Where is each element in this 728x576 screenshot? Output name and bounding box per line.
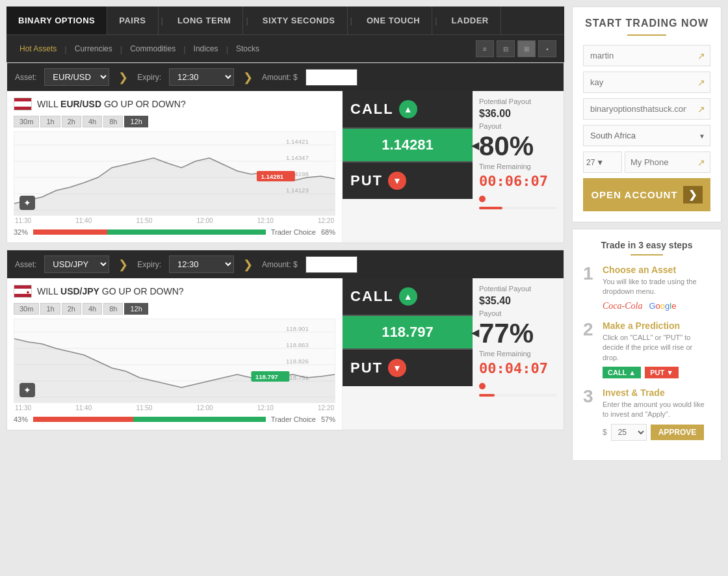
card-body-2: ● WILL USD/JPY GO UP OR DOWN? 30m 1h 2h … — [7, 278, 564, 430]
tab-30m-1[interactable]: 30m — [14, 116, 39, 127]
view-large-icon[interactable]: ▪ — [538, 40, 556, 57]
tab-12h-2[interactable]: 12h — [124, 303, 148, 315]
time-tabs-2: 30m 1h 2h 4h 8h 12h — [14, 303, 335, 315]
filter-currencies[interactable]: Currencies — [70, 43, 118, 55]
approve-button[interactable]: APPROVE — [651, 425, 705, 440]
chart-area-1: 1.14421 1.14347 1.14198 1.14123 1.14281 — [14, 131, 335, 216]
put-arrow-1: ▼ — [388, 172, 406, 190]
amount-input-1[interactable]: 20 — [306, 69, 358, 86]
price-display-1[interactable]: 1.14281 ◀ — [343, 129, 473, 161]
potential-payout-label-2: Potential Payout — [479, 285, 557, 293]
tab-8h-2[interactable]: 8h — [103, 303, 123, 315]
country-select[interactable]: South Africa United States United Kingdo… — [583, 125, 710, 146]
view-compact-icon[interactable]: ⊟ — [497, 40, 515, 57]
bar-red-1 — [33, 229, 107, 235]
nav-binary-options[interactable]: BINARY OPTIONS — [6, 7, 107, 34]
flag-usdjpy: ● — [14, 285, 32, 298]
expiry-select-2[interactable]: 12:30 13:00 — [169, 255, 234, 273]
tab-30m-2[interactable]: 30m — [14, 303, 39, 315]
chart-tool-2[interactable]: ✦ — [20, 383, 35, 397]
time-remaining-1: 00:06:07 — [479, 173, 557, 189]
view-grid-icon[interactable]: ⊞ — [517, 40, 536, 57]
put-button-2[interactable]: PUT ▼ — [343, 348, 473, 386]
choice-bar-1 — [33, 229, 266, 235]
call-button-1[interactable]: CALL ▲ — [343, 91, 473, 129]
open-account-arrow-icon: ❯ — [683, 186, 703, 203]
potential-payout-label-1: Potential Payout — [479, 98, 557, 105]
phone-code-arrow-icon: ▼ — [596, 158, 604, 167]
filter-bar: Hot Assets | Currencies | Commodities | … — [6, 35, 564, 62]
tab-12h-1[interactable]: 12h — [124, 116, 148, 127]
payout-label-1: Payout — [479, 122, 557, 130]
dollar-sign: $ — [603, 428, 607, 437]
filter-hot-assets[interactable]: Hot Assets — [14, 43, 62, 55]
view-icons: ≡ ⊟ ⊞ ▪ — [476, 40, 556, 57]
invest-amount-select[interactable]: 25 50 100 — [611, 424, 647, 441]
mini-call-arrow-icon: ▲ — [629, 369, 636, 376]
open-account-button[interactable]: OPEN ACCOUNT ❯ — [583, 178, 710, 211]
tab-1h-1[interactable]: 1h — [40, 116, 60, 127]
invest-row: $ 25 50 100 APPROVE — [603, 424, 710, 441]
filter-commodities[interactable]: Commodities — [125, 43, 181, 55]
bar-green-2 — [133, 417, 266, 422]
amount-label-1: Amount: $ — [262, 73, 298, 82]
email-row: ↗ — [583, 98, 710, 120]
tab-8h-1[interactable]: 8h — [103, 116, 123, 127]
step-2-title: Make a Prediction — [603, 321, 710, 331]
chart-tool-1[interactable]: ✦ — [20, 196, 35, 210]
time-11-30: 11:30 — [15, 217, 31, 224]
asset-select-2[interactable]: USD/JPY EUR/USD GBP/USD — [44, 255, 109, 273]
amount-input-2[interactable]: 20 — [306, 256, 358, 273]
trading-card-usdjpy: Asset: USD/JPY EUR/USD GBP/USD ❯ Expiry:… — [6, 250, 564, 430]
potential-payout-amount-2: $35.40 — [479, 295, 557, 307]
bar-green-1 — [107, 229, 265, 235]
payout-percent-2: 77% — [479, 320, 557, 347]
mini-put-button[interactable]: PUT ▼ — [645, 367, 679, 378]
time2-12-20: 12:20 — [318, 404, 334, 412]
expiry-select-1[interactable]: 12:30 13:00 13:30 — [169, 68, 234, 86]
asset-label-2: Asset: — [15, 260, 36, 269]
time2-12-00: 12:00 — [197, 404, 213, 412]
svg-marker-9 — [14, 158, 335, 216]
price-arrow-2: ◀ — [471, 326, 479, 339]
time-bar-2 — [479, 394, 557, 397]
brand-logos: Coca-Cola Google — [603, 301, 710, 311]
green-pct-2: 57% — [321, 415, 335, 423]
step-3-num: 3 — [583, 387, 596, 441]
call-button-2[interactable]: CALL ▲ — [343, 278, 473, 316]
surname-input[interactable] — [583, 72, 710, 93]
price-display-2[interactable]: 118.797 ◀ — [343, 316, 473, 348]
name-input[interactable] — [583, 45, 710, 66]
amount-label-2: Amount: $ — [262, 260, 298, 269]
country-arrow-icon: ▼ — [699, 132, 705, 139]
tab-2h-2[interactable]: 2h — [62, 303, 81, 315]
gold-divider-2 — [630, 254, 663, 255]
filter-indices[interactable]: Indices — [188, 43, 224, 55]
phone-row: 27 ▼ ↗ — [583, 151, 710, 173]
nav-sixty-seconds[interactable]: SIXTY SECONDS — [251, 7, 348, 34]
email-input[interactable] — [583, 98, 710, 120]
tab-1h-2[interactable]: 1h — [40, 303, 60, 315]
call-label-2: CALL — [350, 288, 394, 305]
time2-12-10: 12:10 — [257, 404, 274, 412]
nav-pairs[interactable]: PAIRS — [107, 7, 158, 34]
step-2-desc: Click on "CALL" or "PUT" to decide if th… — [603, 333, 710, 363]
phone-code-display: 27 ▼ — [583, 151, 622, 173]
nav-long-term[interactable]: LONG TERM — [166, 7, 244, 34]
tab-2h-1[interactable]: 2h — [62, 116, 81, 127]
card-header-1: Asset: EUR/USD USD/JPY GBP/USD ❯ Expiry:… — [7, 63, 564, 91]
filter-links: Hot Assets | Currencies | Commodities | … — [14, 43, 265, 55]
view-list-icon[interactable]: ≡ — [476, 40, 494, 57]
chart-section-1: WILL EUR/USD GO UP OR DOWN? 30m 1h 2h 4h… — [7, 91, 343, 242]
tab-4h-2[interactable]: 4h — [83, 303, 102, 315]
step-1-title: Choose an Asset — [603, 265, 710, 275]
put-button-1[interactable]: PUT ▼ — [343, 161, 473, 199]
payout-section-1: Potential Payout $36.00 Payout 80% Time … — [473, 91, 564, 242]
filter-stocks[interactable]: Stocks — [231, 43, 265, 55]
red-pct-2: 43% — [14, 415, 28, 423]
nav-ladder[interactable]: LADDER — [440, 7, 501, 34]
asset-select-1[interactable]: EUR/USD USD/JPY GBP/USD — [44, 68, 109, 86]
tab-4h-1[interactable]: 4h — [83, 116, 102, 127]
nav-one-touch[interactable]: ONE TOUCH — [355, 7, 432, 34]
mini-call-button[interactable]: CALL ▲ — [603, 367, 641, 378]
